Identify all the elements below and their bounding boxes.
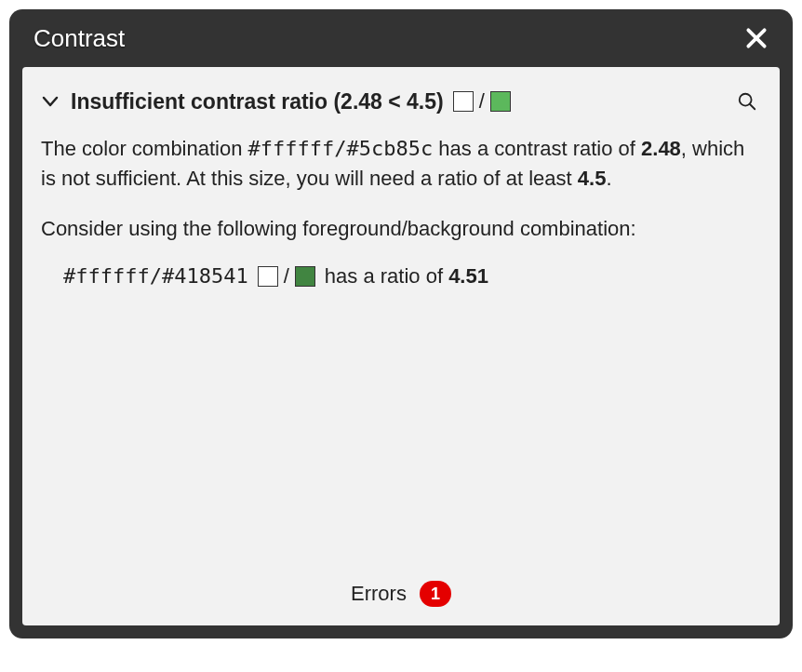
issue-title-ratio: 2.48 < 4.5 [341,89,436,114]
swatch-separator: / [479,89,485,114]
close-icon [744,26,769,50]
header-swatches: / [453,89,511,114]
chevron-down-icon [41,93,60,110]
suggestion-row: #ffffff/#418541 / has a ratio of 4.51 [63,264,761,289]
errors-label: Errors [351,582,407,606]
bg-swatch [490,91,511,112]
issue-title-suffix: ) [436,89,444,114]
suggestion-ratio: 4.51 [448,264,488,288]
svg-line-3 [750,104,755,110]
desc-mid: has a contrast ratio of [433,137,641,160]
collapse-toggle[interactable] [41,93,60,110]
desc-fg-code: #ffffff [248,137,335,160]
issue-title: Insufficient contrast ratio (2.48 < 4.5) [71,89,444,114]
magnify-icon [737,91,757,112]
suggestion-text: has a ratio of 4.51 [325,264,488,289]
suggestion-code: #ffffff/#418541 [63,264,248,288]
desc-slash: / [334,137,346,160]
swatch-separator: / [284,264,289,289]
desc-bg-code: #5cb85c [347,137,434,160]
suggestion-mid: has a ratio of [325,264,448,288]
desc-prefix: The color combination [41,137,248,160]
suggestion-bg-swatch [295,266,315,287]
issue-title-prefix: Insufficient contrast ratio ( [71,89,341,114]
desc-end: . [606,167,611,190]
panel-content: Insufficient contrast ratio (2.48 < 4.5)… [22,67,780,625]
errors-badge[interactable]: 1 [420,581,451,607]
issue-header: Insufficient contrast ratio (2.48 < 4.5)… [41,87,761,115]
fg-swatch [453,91,474,112]
close-button[interactable] [741,22,772,54]
contrast-panel: Contrast Insufficient contrast ratio (2.… [9,9,793,638]
suggestion-fg-swatch [258,266,278,287]
desc-ratio-required: 4.5 [578,167,607,190]
panel-title: Contrast [33,24,125,53]
issue-description: The color combination #ffffff/#5cb85c ha… [41,134,761,194]
panel-footer: Errors 1 [41,562,761,612]
suggestion-intro: Consider using the following foreground/… [41,214,761,244]
suggestion-swatches: / [258,264,315,289]
inspect-button[interactable] [733,87,761,115]
panel-header: Contrast [9,9,793,67]
desc-ratio-actual: 2.48 [641,137,681,160]
